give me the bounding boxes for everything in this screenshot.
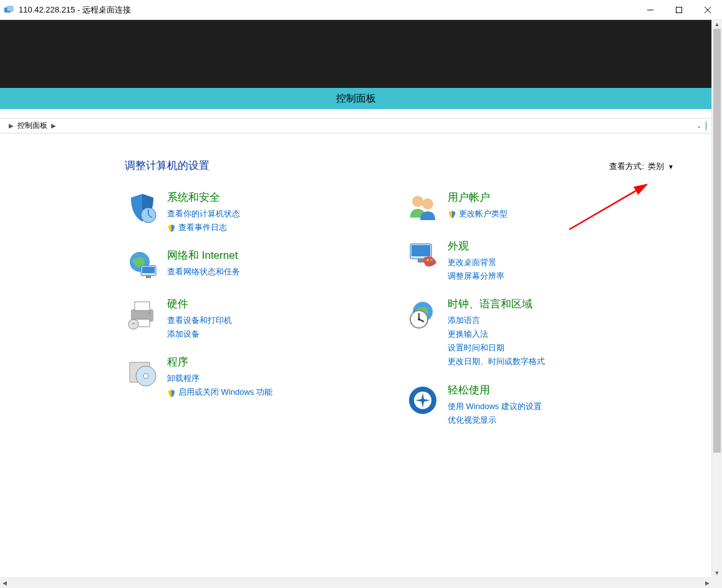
svg-rect-25	[412, 245, 430, 256]
globe-icon[interactable]	[125, 248, 160, 283]
category-link[interactable]: 更改桌面背景	[448, 256, 504, 269]
link-text: 查看事件日志	[178, 221, 227, 234]
link-text: 启用或关闭 Windows 功能	[178, 385, 272, 399]
category-link[interactable]: 更改帐户类型	[448, 207, 508, 221]
breadcrumb-arrow-icon[interactable]: ▶	[51, 122, 56, 129]
category-title[interactable]: 轻松使用	[448, 383, 542, 397]
shield-icon[interactable]	[125, 190, 160, 225]
right-column: 用户帐户更改帐户类型外观更改桌面背景调整屏幕分辨率时钟、语言和区域添加语言更换输…	[405, 190, 630, 441]
ease-icon[interactable]	[405, 383, 440, 418]
svg-rect-14	[135, 302, 150, 311]
svg-rect-12	[146, 276, 151, 278]
rdp-icon	[4, 5, 14, 15]
category-block: 程序卸载程序启用或关闭 Windows 功能	[125, 355, 349, 399]
breadcrumb-bar: ▶ 控制面板 ▶ ⌄	[0, 118, 711, 133]
refresh-icon	[705, 121, 706, 131]
scroll-up-arrow-icon[interactable]: ▲	[712, 20, 722, 29]
rdp-titlebar: 110.42.228.215 - 远程桌面连接	[0, 0, 722, 20]
category-link[interactable]: 调整屏幕分辨率	[448, 269, 504, 283]
link-text: 设置时间和日期	[448, 341, 504, 355]
link-text: 调整屏幕分辨率	[448, 269, 504, 283]
maximize-button[interactable]	[665, 0, 693, 19]
svg-point-23	[422, 198, 433, 210]
control-panel-body: 调整计算机的设置 查看方式: 类别 ▼ 系统和安全查看你的计算机状态查看事件日志…	[0, 133, 711, 453]
category-link[interactable]: 使用 Windows 建议的设置	[448, 400, 542, 413]
remote-desktop-background	[0, 20, 711, 88]
gap	[0, 109, 711, 118]
svg-rect-26	[418, 259, 424, 263]
category-block: 外观更改桌面背景调整屏幕分辨率	[405, 239, 630, 283]
category-block: 网络和 Internet查看网络状态和任务	[125, 248, 349, 283]
svg-point-22	[412, 196, 423, 207]
category-link[interactable]: 查看你的计算机状态	[167, 207, 240, 221]
svg-point-21	[143, 374, 148, 378]
appearance-icon[interactable]	[405, 239, 440, 274]
category-title[interactable]: 程序	[167, 355, 272, 369]
category-block: 时钟、语言和区域添加语言更换输入法设置时间和日期更改日期、时间或数字格式	[405, 297, 630, 369]
link-text: 查看网络状态和任务	[167, 265, 240, 279]
category-title[interactable]: 时钟、语言和区域	[448, 297, 545, 311]
category-block: 硬件查看设备和打印机添加设备	[125, 297, 349, 341]
link-text: 优化视觉显示	[448, 413, 496, 427]
view-by-label: 查看方式:	[609, 161, 644, 172]
page-heading: 调整计算机的设置	[125, 158, 686, 173]
category-link[interactable]: 查看设备和打印机	[167, 314, 232, 327]
control-panel-title: 控制面板	[336, 92, 376, 105]
link-text: 卸载程序	[167, 372, 200, 385]
category-block: 用户帐户更改帐户类型	[405, 190, 630, 225]
control-panel-titlebar[interactable]: 控制面板	[0, 88, 711, 109]
vertical-scrollbar[interactable]: ▲ ▼	[711, 20, 722, 577]
category-title[interactable]: 外观	[448, 239, 504, 253]
category-title[interactable]: 系统和安全	[167, 190, 240, 205]
printer-icon[interactable]	[125, 297, 160, 332]
svg-point-28	[430, 259, 433, 261]
uac-shield-icon	[167, 223, 176, 232]
link-text: 查看设备和打印机	[167, 314, 232, 327]
view-by-value: 类别	[648, 161, 664, 172]
category-link[interactable]: 优化视觉显示	[448, 413, 542, 427]
scroll-down-arrow-icon[interactable]: ▼	[712, 569, 722, 577]
scroll-left-arrow-icon[interactable]: ◀	[0, 578, 9, 588]
left-column: 系统和安全查看你的计算机状态查看事件日志网络和 Internet查看网络状态和任…	[125, 190, 349, 441]
uac-shield-icon	[448, 210, 456, 218]
breadcrumb-dropdown-icon[interactable]: ⌄	[696, 122, 701, 129]
disc-icon[interactable]	[125, 355, 160, 390]
users-icon[interactable]	[405, 190, 440, 225]
category-link[interactable]: 添加设备	[167, 327, 232, 341]
view-by-selector[interactable]: 查看方式: 类别 ▼	[609, 161, 674, 172]
link-text: 更改帐户类型	[459, 207, 508, 221]
scroll-corner	[711, 577, 722, 588]
minimize-button[interactable]	[636, 0, 665, 19]
svg-rect-3	[676, 7, 682, 12]
link-text: 查看你的计算机状态	[167, 207, 240, 221]
category-link[interactable]: 查看事件日志	[167, 221, 240, 234]
category-link[interactable]: 设置时间和日期	[448, 341, 545, 355]
category-title[interactable]: 用户帐户	[448, 190, 508, 205]
category-block: 系统和安全查看你的计算机状态查看事件日志	[125, 190, 349, 234]
link-text: 添加语言	[448, 314, 480, 327]
svg-rect-11	[142, 267, 155, 273]
link-text: 更换输入法	[448, 327, 488, 341]
category-link[interactable]: 卸载程序	[167, 372, 272, 385]
clock-icon[interactable]	[405, 297, 440, 332]
category-link[interactable]: 启用或关闭 Windows 功能	[167, 385, 272, 399]
category-link[interactable]: 更换输入法	[448, 327, 545, 341]
scroll-right-arrow-icon[interactable]: ▶	[703, 578, 711, 588]
category-title[interactable]: 网络和 Internet	[167, 248, 240, 263]
window-title: 110.42.228.215 - 远程桌面连接	[19, 4, 131, 16]
maximize-icon	[676, 7, 682, 13]
vertical-scroll-thumb[interactable]	[713, 29, 721, 453]
refresh-button[interactable]	[705, 122, 706, 130]
window-controls	[636, 0, 722, 19]
uac-shield-icon	[167, 388, 176, 397]
category-link[interactable]: 查看网络状态和任务	[167, 265, 240, 279]
close-button[interactable]	[693, 0, 722, 19]
breadcrumb-arrow-icon[interactable]: ▶	[9, 122, 14, 129]
horizontal-scrollbar[interactable]: ◀ ▶	[0, 577, 711, 588]
breadcrumb-root[interactable]: 控制面板	[17, 120, 47, 131]
category-link[interactable]: 添加语言	[448, 314, 545, 327]
category-title[interactable]: 硬件	[167, 297, 232, 311]
category-link[interactable]: 更改日期、时间或数字格式	[448, 355, 545, 369]
close-icon	[705, 7, 711, 13]
category-block: 轻松使用使用 Windows 建议的设置优化视觉显示	[405, 383, 630, 427]
